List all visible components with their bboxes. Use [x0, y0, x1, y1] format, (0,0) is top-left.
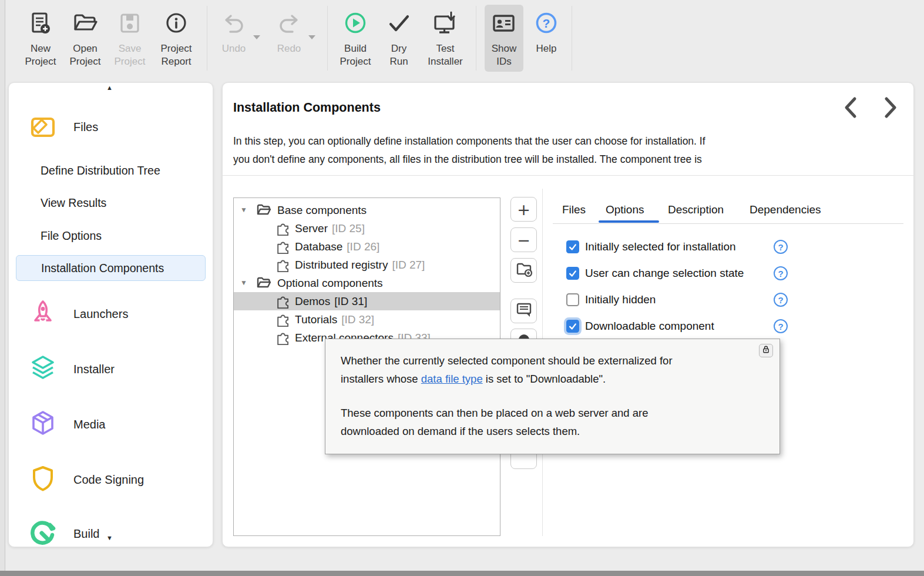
redo-label: Redo	[277, 42, 301, 55]
files-icon	[29, 112, 57, 142]
next-step-button[interactable]	[881, 95, 901, 120]
tree-component-label: Demos[ID 31]	[295, 295, 367, 308]
component-id: [ID 32]	[341, 313, 374, 326]
dry-run-label: Dry Run	[382, 42, 416, 68]
sidebar-scroll-up-icon[interactable]: ▲	[106, 84, 113, 91]
data-file-type-link[interactable]: data file type	[421, 373, 483, 385]
add-component-button[interactable]: +	[510, 197, 537, 222]
tree-component-label: Server[ID 25]	[295, 222, 365, 235]
help-circle-icon[interactable]: ?	[774, 240, 788, 254]
sidebar-item-media[interactable]: Media	[29, 410, 105, 439]
toolbar-separator	[572, 6, 572, 71]
checkbox-downloadable-component[interactable]	[566, 320, 579, 333]
help-circle-icon[interactable]: ?	[774, 319, 788, 333]
sidebar-item-installation-components-selected[interactable]: Installation Components	[16, 255, 206, 281]
tree-component-row[interactable]: Distributed registry[ID 27]	[234, 256, 500, 274]
folder-icon	[256, 276, 271, 293]
puzzle-icon	[275, 257, 291, 275]
info-icon	[163, 8, 189, 39]
undo-icon	[220, 8, 247, 39]
sidebar-launchers-label: Launchers	[73, 307, 128, 321]
toolbar: New Project Open Project Save Project Pr…	[6, 0, 924, 77]
open-project-button[interactable]: Open Project	[66, 5, 105, 72]
tree-group-label: Optional components	[277, 277, 383, 290]
tree-component-label: Database[ID 26]	[295, 240, 379, 253]
tab-options[interactable]: Options	[606, 203, 644, 216]
checkbox-initially-hidden[interactable]	[566, 293, 579, 306]
show-ids-label: Show IDs	[488, 42, 520, 68]
tree-component-row[interactable]: Server[ID 25]	[234, 219, 500, 237]
help-circle-icon[interactable]: ?	[774, 266, 788, 280]
sidebar-media-label: Media	[73, 418, 105, 431]
option-label: Downloadable component	[585, 320, 714, 333]
window-left-edge	[0, 0, 5, 576]
remove-component-button[interactable]: −	[510, 227, 537, 252]
main-panel: Installation Components In this step, yo…	[222, 82, 914, 547]
tree-group-row[interactable]: ▼ Optional components	[234, 274, 500, 292]
open-project-label: Open Project	[66, 42, 105, 68]
tab-files[interactable]: Files	[562, 203, 586, 216]
expander-icon[interactable]: ▼	[240, 279, 247, 287]
toolbar-separator	[207, 6, 207, 71]
sidebar-item-view-results[interactable]: View Results	[41, 196, 106, 210]
sidebar-installer-label: Installer	[73, 363, 115, 376]
active-tab-underline	[599, 220, 659, 223]
expander-icon[interactable]: ▼	[240, 206, 247, 214]
tree-group-row[interactable]: ▼ Base components	[234, 201, 500, 219]
save-icon	[117, 8, 143, 39]
checkbox-user-can-change[interactable]	[566, 267, 579, 280]
undo-dropdown-arrow	[253, 35, 260, 39]
tree-component-row[interactable]: Database[ID 26]	[234, 237, 500, 256]
rename-button[interactable]	[510, 299, 537, 323]
sidebar: ▲ Files Define Distribution Tree View Re…	[8, 82, 213, 547]
build-run-icon	[342, 8, 368, 39]
test-installer-button[interactable]: Test Installer	[423, 5, 468, 72]
folder-icon	[256, 203, 271, 220]
sidebar-item-launchers[interactable]: Launchers	[29, 299, 128, 329]
sidebar-code-signing-label: Code Signing	[73, 473, 144, 487]
redo-dropdown-arrow	[308, 35, 315, 39]
package-box-icon	[29, 410, 57, 439]
sidebar-scroll-down-icon[interactable]: ▼	[106, 534, 113, 541]
add-folder-button[interactable]	[510, 258, 537, 283]
rocket-icon	[29, 299, 57, 329]
sidebar-item-code-signing[interactable]: Code Signing	[29, 465, 144, 494]
lock-button[interactable]	[759, 344, 773, 357]
sidebar-item-files[interactable]: Files	[29, 112, 98, 142]
lock-icon	[762, 345, 770, 356]
new-project-button[interactable]: New Project	[21, 5, 60, 72]
tree-component-label: Tutorials[ID 32]	[295, 313, 374, 326]
project-report-button[interactable]: Project Report	[154, 5, 199, 72]
tree-component-row[interactable]: Tutorials[ID 32]	[234, 310, 500, 329]
show-ids-toggle[interactable]: Show IDs	[485, 5, 523, 72]
option-label: User can change selection state	[585, 267, 744, 280]
monitor-download-icon	[432, 8, 459, 39]
sidebar-item-define-distribution-tree[interactable]: Define Distribution Tree	[41, 164, 160, 178]
page-title: Installation Components	[233, 101, 381, 115]
puzzle-icon	[275, 239, 291, 257]
help-button[interactable]: ? Help	[529, 5, 563, 72]
component-id: [ID 27]	[392, 259, 425, 271]
puzzle-icon	[275, 221, 291, 239]
undo-button: Undo	[216, 5, 252, 72]
help-circle-icon[interactable]: ?	[774, 293, 788, 307]
dry-run-button[interactable]: Dry Run	[382, 5, 416, 72]
sidebar-item-build[interactable]: Build	[29, 519, 99, 547]
previous-step-button[interactable]	[841, 95, 861, 120]
tree-component-row-selected[interactable]: Demos[ID 31]	[234, 292, 500, 310]
puzzle-icon	[275, 294, 291, 312]
id-card-icon	[490, 8, 518, 39]
save-project-label: Save Project	[110, 42, 149, 68]
window-bottom-edge	[0, 571, 924, 576]
tab-dependencies[interactable]: Dependencies	[750, 203, 821, 216]
checkbox-initially-selected[interactable]	[566, 240, 579, 253]
component-id: [ID 25]	[332, 222, 365, 235]
sidebar-item-file-options[interactable]: File Options	[41, 229, 102, 243]
tab-description[interactable]: Description	[668, 203, 724, 216]
sidebar-item-installer[interactable]: Installer	[29, 354, 115, 384]
build-project-label: Build Project	[336, 42, 375, 68]
build-project-button[interactable]: Build Project	[336, 5, 375, 72]
sidebar-build-label: Build	[73, 527, 99, 541]
header-separator	[223, 175, 914, 176]
undo-label: Undo	[222, 42, 246, 55]
